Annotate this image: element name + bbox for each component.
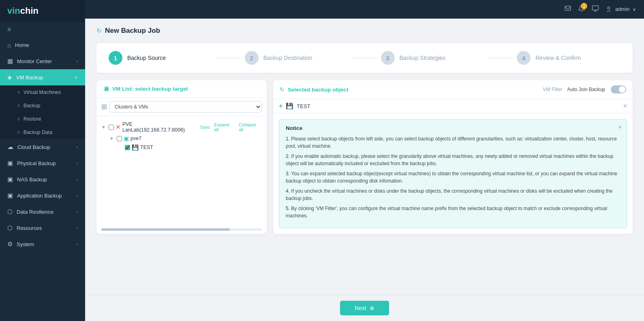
user-menu[interactable]: admin ∨ — [605, 6, 636, 13]
selected-obj-row: + 💾 TEST × — [273, 99, 633, 113]
svg-rect-1 — [593, 6, 599, 10]
sidebar-item-nas-backup[interactable]: ▣ NAS Backup › — [0, 171, 85, 187]
screen-icon[interactable] — [592, 5, 599, 14]
chevron-icon: ∨ — [75, 75, 78, 80]
cloud-icon: ☁ — [7, 143, 13, 151]
svg-rect-4 — [105, 105, 106, 106]
app-backup-icon: ▣ — [7, 192, 13, 199]
tree-row-root: ▼ ✕ PVE LanLab(192.168.72.7:8006) Sync E… — [101, 120, 262, 134]
sidebar-item-label: Resources — [17, 225, 42, 231]
auto-join-label: Auto Join Backup — [567, 87, 605, 92]
notice-item-5: By clicking 'VM Filter', you can configu… — [286, 205, 620, 219]
logo-text: vinchin — [7, 6, 39, 16]
sidebar-item-data-resilience[interactable]: ⬡ Data Resilience › — [0, 204, 85, 220]
chevron-icon: › — [76, 161, 78, 166]
tree-checkbox-root[interactable] — [109, 125, 114, 130]
tree-label-test: TEST — [140, 145, 153, 150]
chevron-icon: › — [76, 177, 78, 182]
wizard-step-4[interactable]: 4 Review & Confirm — [517, 51, 620, 65]
tree-collapse-all-btn[interactable]: Collapse all — [239, 122, 262, 132]
toggle-thumb — [619, 86, 625, 93]
next-button[interactable]: Next ⊕ — [340, 301, 389, 315]
notifications-icon[interactable]: 1 — [578, 5, 585, 14]
content-area: ↻ New Backup Job 1 Backup Source 2 Backu… — [85, 19, 644, 295]
subitem-label: Restore — [24, 116, 41, 122]
tree-expand-pve7-icon[interactable]: ▼ — [109, 136, 115, 141]
notice-box: × Notice Please select backup objects fr… — [279, 119, 627, 228]
subitem-label: Backup Data — [24, 130, 53, 135]
sidebar-item-home[interactable]: ⌂ Home — [0, 37, 85, 53]
sidebar-item-application-backup[interactable]: ▣ Application Backup › — [0, 187, 85, 204]
tree-expand-all-btn[interactable]: Expand all — [214, 122, 235, 132]
tree-checkbox-test[interactable] — [125, 145, 130, 150]
sidebar-subitem-virtual-machines[interactable]: ○ Virtual Machines — [0, 85, 85, 99]
page-header: ↻ New Backup Job — [96, 27, 633, 35]
monitor-icon: ▦ — [7, 57, 13, 65]
notice-item-2: If you enable automatic backup, please s… — [286, 153, 620, 167]
svg-rect-5 — [102, 107, 104, 109]
remove-object-btn[interactable]: × — [623, 102, 627, 110]
backup-data-sub-icon: ○ — [17, 129, 20, 135]
tree-expand-icon[interactable]: ▼ — [101, 125, 107, 130]
vm-list-icon: 🖥 — [103, 85, 109, 92]
tree-sync-btn[interactable]: Sync — [200, 125, 210, 130]
resources-icon: ⬡ — [7, 224, 13, 232]
wizard: 1 Backup Source 2 Backup Destination 3 B… — [96, 43, 633, 73]
sidebar-item-label: Monitor Center — [17, 58, 52, 64]
backup-sub-icon: ○ — [17, 102, 20, 108]
chevron-icon: › — [76, 225, 78, 230]
sidebar-item-vm-backup[interactable]: ◈ VM Backup ∨ — [0, 69, 85, 85]
logo-vin: vin — [7, 6, 20, 16]
subitem-label: Virtual Machines — [24, 89, 61, 95]
sidebar-item-physical-backup[interactable]: ▣ Physical Backup › — [0, 155, 85, 171]
add-object-btn[interactable]: + — [279, 102, 282, 110]
clusters-vms-select[interactable]: Clusters & VMs — [109, 101, 262, 113]
sidebar-item-system[interactable]: ⚙ System › — [0, 236, 85, 252]
chevron-icon: › — [76, 209, 78, 214]
footer: Next ⊕ — [85, 295, 644, 321]
user-label: admin — [615, 6, 629, 12]
next-icon: ⊕ — [370, 305, 374, 311]
sidebar-item-label: NAS Backup — [17, 176, 47, 183]
tree-indent-pve7: ▼ ▣ pve7 ▼ 💾 TEST — [101, 134, 262, 152]
wizard-step-3[interactable]: 3 Backup Strategies — [381, 51, 485, 65]
wizard-step-2[interactable]: 2 Backup Destination — [245, 51, 349, 65]
sidebar-item-label: VM Backup — [16, 74, 43, 81]
chevron-icon: › — [76, 145, 78, 149]
panel-toolbar: Clusters & VMs — [96, 98, 267, 116]
sidebar-item-resources[interactable]: ⬡ Resources › — [0, 220, 85, 236]
sidebar-subitem-backup-data[interactable]: ○ Backup Data — [0, 125, 85, 139]
selected-backup-icon: ↻ — [280, 86, 285, 93]
auto-join-toggle[interactable] — [611, 85, 626, 94]
refresh-icon[interactable]: ↻ — [96, 27, 102, 34]
tree-label-root: PVE LanLab(192.168.72.7:8006) — [122, 121, 196, 133]
svg-rect-6 — [105, 107, 106, 109]
step-label-4: Review & Confirm — [535, 55, 581, 61]
sidebar-subitem-backup[interactable]: ○ Backup — [0, 99, 85, 112]
vm-sub-icon: ○ — [17, 89, 20, 95]
notification-badge: 1 — [581, 3, 587, 9]
notice-close-btn[interactable]: × — [618, 123, 622, 130]
step-divider-2 — [353, 58, 377, 58]
notice-item-3: You can expand selected backup object(ex… — [286, 170, 620, 185]
sidebar-item-monitor-center[interactable]: ▦ Monitor Center › — [0, 53, 85, 69]
messages-icon[interactable] — [564, 5, 571, 14]
nas-icon: ▣ — [7, 176, 13, 183]
data-resilience-icon: ⬡ — [7, 208, 13, 215]
panels: 🖥 VM List: select backup target Clusters… — [96, 80, 633, 234]
logo-chin: chin — [20, 6, 39, 16]
tree-area: ▼ ✕ PVE LanLab(192.168.72.7:8006) Sync E… — [96, 116, 267, 227]
sidebar-item-label: Physical Backup — [17, 160, 56, 166]
tree-checkbox-pve7[interactable] — [117, 136, 122, 141]
main-area: 1 admin ∨ ↻ New Backup Job 1 Backup Sour… — [85, 0, 644, 321]
next-label: Next — [355, 305, 366, 311]
sidebar-toggle[interactable]: ≡ — [0, 22, 85, 37]
sidebar-item-cloud-backup[interactable]: ☁ Cloud Backup › — [0, 139, 85, 155]
selected-object-label: TEST — [297, 103, 620, 109]
pve7-icon: ▣ — [124, 135, 129, 142]
sidebar-subitem-restore[interactable]: ○ Restore — [0, 112, 85, 125]
wizard-step-1[interactable]: 1 Backup Source — [109, 51, 212, 65]
chevron-icon: › — [76, 59, 78, 64]
step-divider-3 — [488, 58, 513, 58]
home-icon: ⌂ — [7, 42, 11, 49]
